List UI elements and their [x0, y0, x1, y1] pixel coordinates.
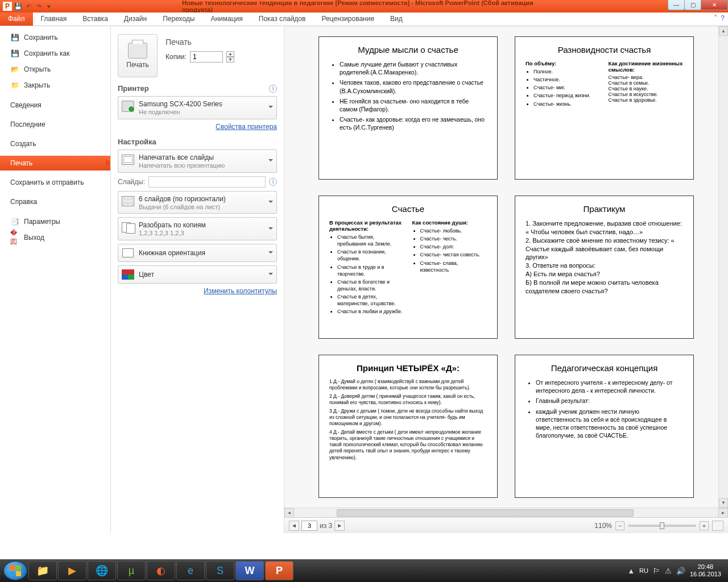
clock[interactable]: 20:48 16.06.2013 [690, 563, 721, 578]
tray-flag-icon[interactable]: 🏳 [653, 567, 660, 575]
menu-print[interactable]: Печать [0, 156, 110, 171]
tab-transitions[interactable]: Переходы [155, 13, 202, 26]
next-page-button[interactable]: ► [334, 521, 345, 531]
menu-exit[interactable]: �図Выход [0, 230, 110, 246]
open-icon: 📂 [10, 65, 19, 74]
copies-input[interactable] [190, 51, 223, 63]
tab-review[interactable]: Рецензирование [313, 13, 382, 26]
print-heading: Печать [166, 38, 277, 47]
menu-help[interactable]: Справка [0, 194, 110, 209]
print-settings-panel: Печать Печать Копии: ▲▼ Принтерi Samsung… [111, 26, 284, 533]
taskbar-powerpoint[interactable]: P [265, 561, 293, 580]
horizontal-scrollbar[interactable]: ◄► [284, 508, 728, 517]
taskbar-explorer[interactable]: 📁 [28, 561, 57, 580]
system-tray: ▲ RU 🏳 ⚠ 🔊 20:48 16.06.2013 [627, 563, 725, 578]
tray-volume-icon[interactable]: 🔊 [676, 567, 685, 575]
collate-dropdown[interactable]: Разобрать по копиям1,2,3 1,2,3 1,2,3 [118, 217, 277, 240]
color-dropdown[interactable]: Цвет [118, 265, 277, 284]
qat-more-icon[interactable]: ▾ [44, 2, 53, 11]
taskbar-utorrent[interactable]: µ [117, 561, 146, 580]
slides-input[interactable] [148, 176, 266, 188]
page-input[interactable] [301, 521, 317, 531]
print-button[interactable]: Печать [118, 34, 158, 77]
printer-heading: Принтер [118, 84, 149, 93]
quick-access-toolbar: P 💾 ↶ ↷ ▾ [0, 1, 53, 11]
slides-label: Слайды: [118, 178, 145, 186]
tab-file[interactable]: Файл [0, 13, 33, 26]
taskbar-chrome[interactable]: 🌐 [88, 561, 116, 580]
taskbar-word[interactable]: W [235, 561, 264, 580]
tab-view[interactable]: Вид [382, 13, 411, 26]
tab-insert[interactable]: Вставка [75, 13, 116, 26]
vertical-scrollbar[interactable]: ▲▼ [718, 26, 728, 508]
save-icon[interactable]: 💾 [14, 2, 23, 11]
window-buttons: — ▢ ✕ [668, 0, 728, 10]
preview-slide: Разновидности счастья По объёму: Полное.… [515, 36, 694, 180]
start-button[interactable] [3, 561, 27, 580]
close-file-icon: 📁 [10, 81, 19, 90]
tab-animations[interactable]: Анимация [202, 13, 250, 26]
settings-heading: Настройка [118, 138, 156, 146]
undo-icon[interactable]: ↶ [24, 2, 33, 11]
slides-info-icon[interactable]: i [269, 178, 277, 186]
layout-dropdown[interactable]: 6 слайдов (по горизонтали)Выдачи (6 слай… [118, 191, 277, 214]
zoom-out-button[interactable]: − [615, 521, 624, 530]
taskbar-app[interactable]: ◐ [147, 561, 175, 580]
all-slides-icon [122, 155, 134, 165]
edit-header-footer-link[interactable]: Изменить колонтитулы [204, 287, 277, 295]
printer-properties-link[interactable]: Свойства принтера [216, 123, 277, 131]
preview-footer: ◄ из 3 ► 110% − + [284, 517, 728, 533]
taskbar-mediaplayer[interactable]: ▶ [58, 561, 86, 580]
menu-info[interactable]: Сведения [0, 98, 110, 113]
taskbar-ie[interactable]: e [176, 561, 205, 580]
zoom-fit-button[interactable] [712, 521, 723, 531]
zoom-in-button[interactable]: + [700, 521, 709, 530]
zoom-slider[interactable] [628, 525, 696, 527]
portrait-icon [122, 248, 134, 257]
chevron-down-icon [268, 273, 273, 277]
print-preview-panel: Мудрые мысли о счастье Самые лучшие дети… [284, 26, 728, 533]
menu-open[interactable]: 📂Открыть [0, 61, 110, 77]
preview-slide: Практикум 1. Закончите предложение, выра… [515, 196, 694, 339]
menu-share[interactable]: Сохранить и отправить [0, 175, 110, 190]
tray-show-hidden-icon[interactable]: ▲ [627, 567, 635, 575]
menu-new[interactable]: Создать [0, 136, 110, 151]
copies-label: Копии: [166, 53, 187, 61]
color-swatch-icon [122, 269, 134, 280]
app-icon[interactable]: P [2, 1, 13, 11]
printer-dropdown[interactable]: Samsung SCX-4200 SeriesНе подключен [118, 96, 277, 119]
preview-slide: Счастье В процессах и результатах деятел… [318, 196, 498, 339]
menu-save-as[interactable]: 💾Сохранить как [0, 45, 110, 61]
tab-design[interactable]: Дизайн [116, 13, 155, 26]
exit-icon: �図 [10, 233, 19, 242]
copies-spinner[interactable]: ▲▼ [226, 51, 234, 63]
chevron-down-icon [268, 227, 273, 232]
prev-page-button[interactable]: ◄ [289, 521, 299, 531]
taskbar-skype[interactable]: S [206, 561, 234, 580]
menu-recent[interactable]: Последние [0, 117, 110, 132]
minimize-button[interactable]: — [668, 0, 685, 10]
printer-info-icon[interactable]: i [269, 85, 277, 93]
close-button[interactable]: ✕ [701, 0, 728, 10]
help-icon[interactable]: ? [721, 14, 725, 22]
six-slides-icon [122, 196, 134, 206]
ribbon-tabs: Файл Главная Вставка Дизайн Переходы Ани… [0, 13, 728, 26]
maximize-button[interactable]: ▢ [684, 0, 701, 10]
print-what-dropdown[interactable]: Напечатать все слайдыНапечатать всю през… [118, 149, 277, 173]
redo-icon[interactable]: ↷ [34, 2, 43, 11]
menu-save[interactable]: 💾Сохранить [0, 30, 110, 45]
language-indicator[interactable]: RU [639, 567, 648, 574]
tray-network-icon[interactable]: ⚠ [665, 567, 672, 575]
save-icon: 💾 [10, 33, 19, 42]
ribbon-minimize-icon[interactable]: ˄ [714, 14, 717, 22]
tab-slideshow[interactable]: Показ слайдов [251, 13, 314, 26]
preview-scroll-area[interactable]: Мудрые мысли о счастье Самые лучшие дети… [284, 26, 728, 508]
tab-home[interactable]: Главная [33, 13, 75, 26]
titlebar: P 💾 ↶ ↷ ▾ Новые технологические тенденци… [0, 0, 728, 13]
page-of-label: из 3 [320, 522, 332, 530]
orientation-dropdown[interactable]: Книжная ориентация [118, 244, 277, 262]
collate-icon [122, 222, 134, 232]
menu-options[interactable]: 📑Параметры [0, 214, 110, 230]
printer-device-icon [122, 101, 134, 112]
menu-close[interactable]: 📁Закрыть [0, 77, 110, 93]
